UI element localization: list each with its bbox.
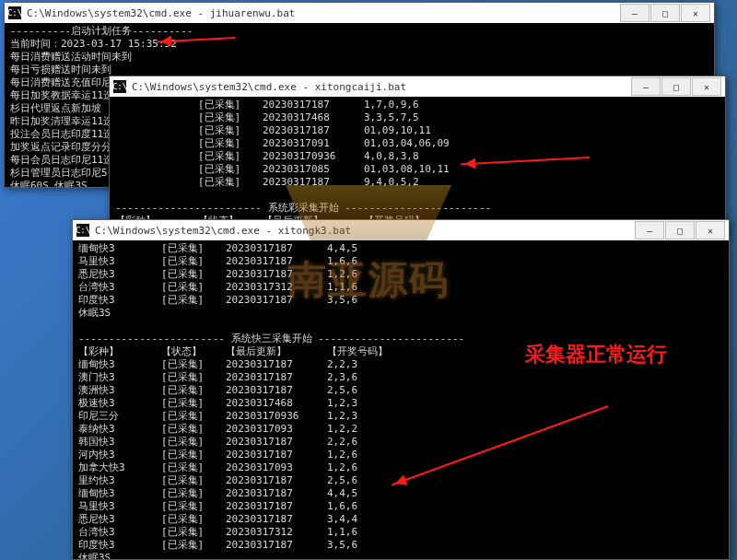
cmd-window-xitongk3[interactable]: C:\ C:\Windows\system32\cmd.exe - xitong… <box>72 219 730 560</box>
table-row: 休眠3S <box>78 552 723 559</box>
titlebar[interactable]: C:\ C:\Windows\system32\cmd.exe - jihuar… <box>5 3 714 23</box>
console-body: 缅甸快3[已采集]202303171874,4,5马里快3[已采集]202303… <box>73 240 729 559</box>
table-row: 休眠3S <box>78 307 723 320</box>
table-row: 缅甸快3[已采集]202303171874,4,5 <box>78 242 723 255</box>
table-row: 缅甸快3[已采集]202303171874,4,5 <box>78 487 723 500</box>
table-row: 马里快3[已采集]202303171871,6,6 <box>78 255 723 268</box>
titlebar[interactable]: C:\ C:\Windows\system32\cmd.exe - xitong… <box>73 220 729 240</box>
table-row: [已采集]2023031718701,09,10,11 <box>115 124 719 137</box>
table-row: 悉尼快3[已采集]202303171871,2,6 <box>78 268 723 281</box>
table-row: 马里快3[已采集]202303171871,6,6 <box>78 500 723 513</box>
table-row: 印尼三分[已采集]2023031709361,2,3 <box>78 410 723 423</box>
close-button[interactable]: ✕ <box>681 4 710 22</box>
section-header: ------------------------ 系统彩采集开始 -------… <box>115 202 719 215</box>
table-row: 台湾快3[已采集]202303173121,1,6 <box>78 526 723 539</box>
banner: ----------启动计划任务---------- <box>10 25 708 38</box>
close-button[interactable]: ✕ <box>696 221 725 239</box>
table-row: [已采集]2023031709364,0,8,3,8 <box>115 150 719 163</box>
current-time-line: 当前时间：2023-03-17 15:35:52 <box>10 38 708 51</box>
cmd-window-xitongcaiji[interactable]: C:\ C:\Windows\system32\cmd.exe - xitong… <box>109 76 726 234</box>
cmd-icon: C:\ <box>113 80 126 93</box>
table-row: [已采集]2023031708501,03,08,10,11 <box>115 163 719 176</box>
table-row: 韩国快3[已采集]202303171872,2,6 <box>78 436 723 449</box>
table-row: 加拿大快3[已采集]202303170931,2,6 <box>78 461 723 474</box>
table-row: 极速快3[已采集]202303174681,2,3 <box>78 397 723 410</box>
table-row: 泰纳快3[已采集]202303170931,2,2 <box>78 423 723 436</box>
table-row: 台湾快3[已采集]202303173121,1,6 <box>78 281 723 294</box>
minimize-button[interactable]: — <box>635 221 664 239</box>
window-title: C:\Windows\system32\cmd.exe - jihuarenwu… <box>27 7 614 19</box>
maximize-button[interactable]: □ <box>661 77 691 96</box>
log-line: 每日亏损赠送时间未到 <box>10 64 708 76</box>
table-row: 悉尼快3[已采集]202303171873,4,4 <box>78 513 723 526</box>
table-row: [已采集]202303171871,7,0,9,6 <box>115 99 719 111</box>
window-title: C:\Windows\system32\cmd.exe - xitongcaij… <box>132 81 626 93</box>
close-button[interactable]: ✕ <box>692 77 721 96</box>
log-line: 每日消费赠送活动时间未到 <box>10 51 708 64</box>
blank <box>115 189 719 202</box>
titlebar[interactable]: C:\ C:\Windows\system32\cmd.exe - xitong… <box>110 76 725 97</box>
table-row: [已采集]202303174683,3,5,7,5 <box>115 111 719 124</box>
console-body: [已采集]202303171871,7,0,9,6[已采集]2023031746… <box>110 97 725 233</box>
blank <box>78 320 723 332</box>
maximize-button[interactable]: □ <box>665 221 695 239</box>
maximize-button[interactable]: □ <box>650 4 680 22</box>
table-row: 澳洲快3[已采集]202303171872,5,6 <box>78 384 723 397</box>
minimize-button[interactable]: — <box>620 4 649 22</box>
table-row: [已采集]2023031709101,03,04,06,09 <box>115 137 719 150</box>
window-title: C:\Windows\system32\cmd.exe - xitongk3.b… <box>95 225 629 237</box>
annotation-label: 采集器正常运行 <box>525 341 667 368</box>
table-row: 河内快3[已采集]202303171871,2,6 <box>78 449 723 461</box>
minimize-button[interactable]: — <box>631 77 661 96</box>
table-row: 印度快3[已采集]202303171873,5,6 <box>78 539 723 552</box>
cmd-icon: C:\ <box>8 6 21 19</box>
table-row: 印度快3[已采集]202303171873,5,6 <box>78 294 723 307</box>
cmd-icon: C:\ <box>76 224 89 237</box>
table-row: 澳门快3[已采集]202303171872,3,6 <box>78 371 723 384</box>
table-row: [已采集]202303171879,4,0,5,2 <box>115 176 719 189</box>
